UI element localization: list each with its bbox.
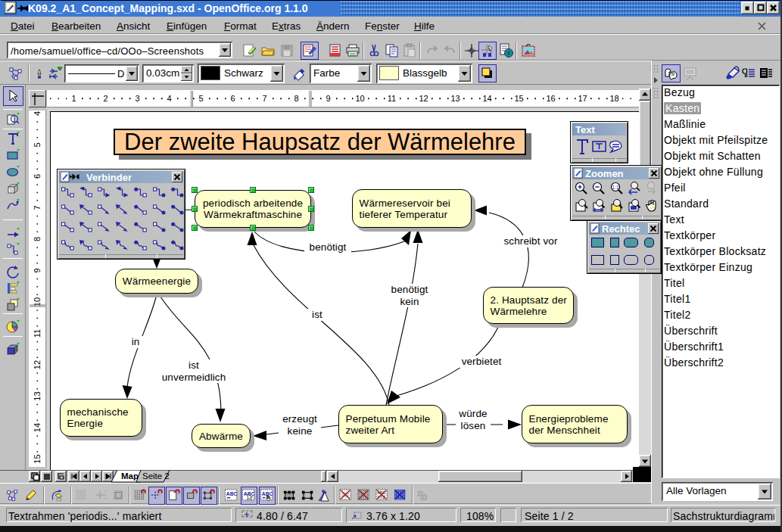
svg-text:14: 14 — [33, 423, 42, 432]
svg-text:13: 13 — [450, 94, 460, 103]
svg-text:Seite 2: Seite 2 — [142, 471, 170, 481]
svg-text:12: 12 — [419, 94, 428, 103]
svg-text:17: 17 — [578, 94, 587, 103]
svg-text:5: 5 — [198, 94, 203, 103]
svg-text:11: 11 — [388, 94, 396, 103]
svg-text:1: 1 — [71, 94, 76, 103]
svg-text:7: 7 — [33, 205, 42, 210]
svg-text:3: 3 — [135, 94, 139, 103]
svg-text:6: 6 — [33, 174, 42, 179]
svg-text:9: 9 — [326, 94, 330, 103]
svg-text:8: 8 — [33, 237, 42, 241]
svg-text:ABC: ABC — [262, 491, 273, 496]
svg-text:9: 9 — [33, 268, 42, 272]
svg-text:ABC: ABC — [226, 491, 238, 496]
svg-text:16: 16 — [546, 94, 555, 103]
svg-text:6: 6 — [230, 94, 235, 103]
svg-text:13: 13 — [33, 391, 42, 400]
svg-text:4: 4 — [167, 94, 171, 103]
svg-text:2: 2 — [103, 94, 107, 103]
svg-text:11: 11 — [33, 329, 42, 338]
svg-text:10: 10 — [355, 94, 364, 103]
svg-text:Map: Map — [121, 471, 139, 481]
svg-text:1:1: 1:1 — [612, 185, 618, 190]
svg-text:12: 12 — [33, 360, 42, 369]
svg-text:5: 5 — [33, 142, 42, 147]
svg-text:14: 14 — [482, 94, 491, 103]
svg-text:4: 4 — [33, 111, 42, 116]
svg-text:18: 18 — [609, 94, 618, 103]
svg-text:15: 15 — [33, 454, 42, 463]
svg-text:7: 7 — [262, 94, 266, 103]
svg-text:8: 8 — [294, 94, 298, 103]
svg-text:15: 15 — [514, 94, 523, 103]
